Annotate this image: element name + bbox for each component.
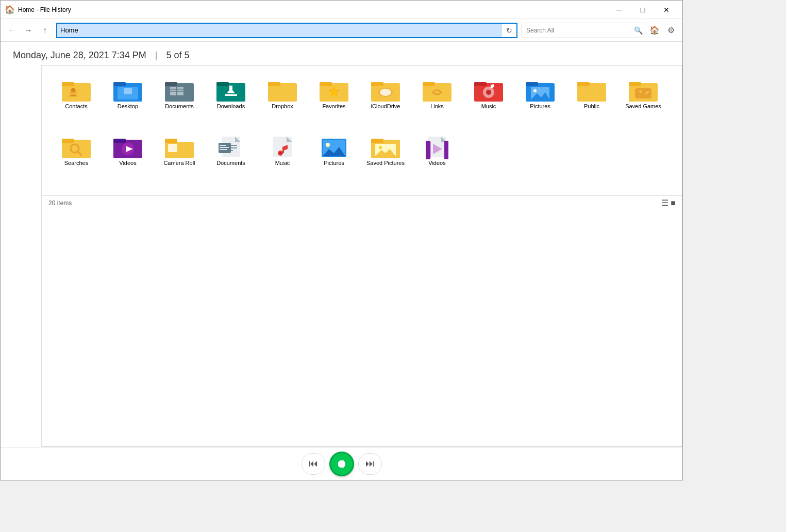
list-item[interactable]: Documents <box>205 130 257 187</box>
file-grid-container[interactable]: Contacts Desktop <box>42 65 682 447</box>
svg-rect-35 <box>371 82 383 86</box>
list-item[interactable]: Camera Roll <box>154 130 205 187</box>
file-label: Videos <box>119 159 136 167</box>
svg-point-90 <box>326 143 330 147</box>
list-item[interactable]: Public <box>566 74 617 130</box>
search-input[interactable] <box>524 27 634 34</box>
file-label: Pictures <box>324 159 344 167</box>
app-icon: 🏠 <box>5 5 15 15</box>
svg-rect-9 <box>124 88 132 94</box>
file-label: Videos <box>428 159 445 167</box>
search-button[interactable]: 🔍 <box>634 26 643 35</box>
documents-folder-icon <box>165 78 194 103</box>
svg-rect-82 <box>220 147 229 148</box>
public-folder-icon <box>577 78 606 103</box>
forward-button[interactable]: → <box>21 23 36 38</box>
home-button[interactable]: 🏠 <box>647 23 662 38</box>
list-item[interactable]: Music <box>463 74 514 130</box>
address-input[interactable] <box>57 24 502 37</box>
savedgames-folder-icon <box>629 78 658 103</box>
music-file-icon <box>268 135 297 159</box>
pictures-file-icon <box>320 135 348 159</box>
documents-file-icon <box>216 135 245 159</box>
file-label: Documents <box>165 103 194 110</box>
file-grid: Contacts Desktop <box>42 65 682 195</box>
item-count: 20 items <box>48 200 72 207</box>
downloads-folder-icon <box>216 78 245 103</box>
svg-rect-12 <box>165 82 177 86</box>
date-bar: Monday, June 28, 2021 7:34 PM | 5 of 5 <box>1 42 682 65</box>
cameraroll-folder-icon <box>165 135 194 159</box>
list-item[interactable]: Pictures <box>514 74 566 130</box>
desktop-folder-icon <box>113 78 142 103</box>
list-item[interactable]: Downloads <box>205 74 257 130</box>
main-content: Contacts Desktop <box>1 65 682 447</box>
previous-button[interactable]: ⏮ <box>304 455 323 473</box>
minimize-button[interactable]: ─ <box>607 2 631 18</box>
list-view-button[interactable]: ☰ <box>661 198 668 208</box>
window-title: Home - File History <box>18 6 607 13</box>
version-text: 5 of 5 <box>166 50 190 60</box>
svg-point-45 <box>486 90 491 95</box>
list-item[interactable]: Contacts <box>51 74 102 130</box>
list-item[interactable]: Music <box>257 130 308 187</box>
videos-folder-icon <box>113 135 142 159</box>
list-item[interactable]: Saved Games <box>617 74 669 130</box>
close-button[interactable]: ✕ <box>655 2 678 18</box>
svg-point-37 <box>380 89 391 96</box>
up-button[interactable]: ↑ <box>38 23 52 38</box>
next-button[interactable]: ⏭ <box>361 455 379 473</box>
window-controls: ─ □ ✕ <box>607 2 678 18</box>
svg-rect-58 <box>635 88 651 98</box>
icon-view-button[interactable]: ■ <box>671 198 676 208</box>
maximize-button[interactable]: □ <box>631 2 655 18</box>
svg-rect-65 <box>62 139 74 143</box>
svg-rect-74 <box>165 139 177 143</box>
list-item[interactable]: Videos <box>411 130 463 187</box>
status-bar-right: ☰ ■ <box>661 198 676 208</box>
file-label: Contacts <box>65 103 87 110</box>
file-label: Pictures <box>530 103 550 110</box>
content-area: Monday, June 28, 2021 7:34 PM | 5 of 5 <box>1 42 682 447</box>
list-item[interactable]: Favorites <box>308 74 360 130</box>
searches-folder-icon <box>62 135 91 159</box>
svg-rect-83 <box>220 149 227 150</box>
list-item[interactable]: Desktop <box>102 74 154 130</box>
settings-button[interactable]: ⚙ <box>664 23 678 38</box>
svg-point-50 <box>533 89 537 92</box>
svg-rect-27 <box>268 82 280 86</box>
file-label: Documents <box>216 159 245 167</box>
date-text: Monday, June 28, 2021 7:34 PM <box>13 50 146 60</box>
search-bar: 🔍 <box>522 23 645 38</box>
refresh-button[interactable]: ↻ <box>502 23 516 38</box>
list-item[interactable]: Dropbox <box>257 74 308 130</box>
list-item[interactable]: Links <box>411 74 463 130</box>
file-label: Saved Games <box>625 103 661 110</box>
list-item[interactable]: iCloudDrive <box>360 74 411 130</box>
playback-controls: ⏮ <box>302 453 325 475</box>
pictures-folder-icon <box>526 78 555 103</box>
back-button[interactable]: ← <box>5 23 19 38</box>
list-item[interactable]: Videos <box>102 130 154 187</box>
list-item[interactable]: Pictures <box>308 130 360 187</box>
svg-rect-30 <box>320 82 332 86</box>
file-label: Searches <box>64 159 88 167</box>
dropbox-folder-icon <box>268 78 297 103</box>
svg-rect-54 <box>577 82 590 86</box>
svg-rect-7 <box>113 82 126 86</box>
list-item[interactable]: Searches <box>51 130 102 187</box>
file-label: Music <box>275 159 290 167</box>
list-item[interactable]: Documents <box>154 74 205 130</box>
restore-button[interactable]: ⏺ <box>329 452 354 476</box>
address-bar: ↻ <box>56 23 517 38</box>
left-panel <box>1 65 42 447</box>
svg-rect-53 <box>577 85 606 102</box>
svg-rect-40 <box>423 82 435 86</box>
file-label: iCloudDrive <box>371 103 400 110</box>
svg-rect-57 <box>629 82 641 86</box>
title-bar: 🏠 Home - File History ─ □ ✕ <box>1 1 682 19</box>
list-item[interactable]: Saved Pictures <box>360 130 411 187</box>
file-label: Dropbox <box>272 103 293 110</box>
svg-rect-39 <box>423 85 451 102</box>
svg-point-62 <box>645 92 647 94</box>
